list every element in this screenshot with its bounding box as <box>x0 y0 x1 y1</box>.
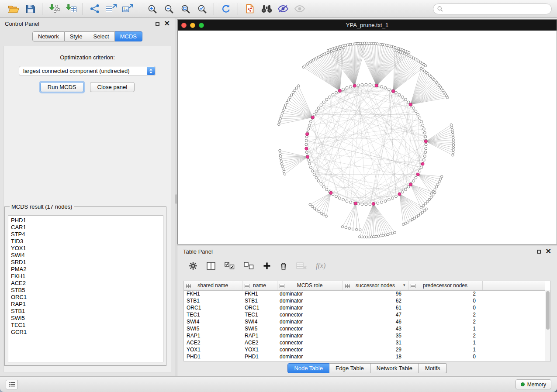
table-row[interactable]: RAP1RAP1dominator352 <box>184 332 545 339</box>
tab-network-table[interactable]: Network Table <box>370 363 419 373</box>
find-button[interactable] <box>258 2 275 16</box>
float-panel-icon[interactable] <box>156 22 159 26</box>
zoom-out-button[interactable] <box>160 2 177 16</box>
zoom-in-button[interactable] <box>144 2 160 16</box>
table-cell-filler <box>482 290 545 297</box>
refresh-button[interactable] <box>218 2 234 16</box>
tab-motifs[interactable]: Motifs <box>419 363 447 373</box>
run-mcds-button[interactable]: Run MCDS <box>40 82 84 92</box>
table-row[interactable]: FKH1FKH1dominator962 <box>184 290 545 297</box>
mcds-result-item[interactable]: YOX1 <box>8 245 163 252</box>
zoom-fit-icon <box>181 4 190 14</box>
mcds-result-item[interactable]: TID3 <box>8 238 163 245</box>
table-cell: 46 <box>343 318 408 325</box>
table-scrollbar[interactable] <box>545 290 550 361</box>
minimize-window-button[interactable] <box>190 23 195 28</box>
search-box[interactable] <box>433 3 552 14</box>
mcds-result-item[interactable]: ACE2 <box>8 280 163 287</box>
export-document-icon <box>245 4 255 14</box>
import-network-button[interactable] <box>46 2 62 16</box>
optimization-dropdown[interactable]: largest connected component (undirected) <box>19 66 156 76</box>
table-settings-button[interactable] <box>189 260 197 272</box>
mcds-result-item[interactable]: STB1 <box>8 308 163 315</box>
mcds-result-item[interactable]: STB5 <box>8 287 163 294</box>
toolbar-separator <box>83 3 83 15</box>
float-table-panel-icon[interactable] <box>537 250 541 254</box>
column-header-name[interactable]: name <box>242 281 277 290</box>
select-all-rows-icon <box>225 262 235 270</box>
table-settings-icon <box>189 261 197 270</box>
mcds-result-item[interactable]: PMA2 <box>8 266 163 273</box>
column-menu-arrow-icon[interactable]: ▾ <box>403 283 405 287</box>
column-header-predecessor-nodes[interactable]: predecessor nodes <box>408 281 482 290</box>
mcds-result-item[interactable]: GCR1 <box>8 329 163 336</box>
mcds-result-item[interactable]: PHD1 <box>8 217 163 224</box>
close-panel-icon[interactable]: ✕ <box>164 21 170 26</box>
tab-network[interactable]: Network <box>32 31 65 41</box>
column-header-MCDS-role[interactable]: MCDS role <box>277 281 343 290</box>
network-canvas[interactable] <box>178 31 557 244</box>
toolbar-separator <box>238 3 238 15</box>
memory-button[interactable]: Memory <box>515 379 551 389</box>
table-row[interactable]: ORC1ORC1dominator610 <box>184 304 545 311</box>
table-row[interactable]: SWI4SWI4dominator462 <box>184 318 545 325</box>
tab-mcds[interactable]: MCDS <box>115 31 142 41</box>
import-table-button[interactable] <box>62 2 79 16</box>
column-header-successor-nodes[interactable]: successor nodes▾ <box>343 281 408 290</box>
toggle-columns-button[interactable] <box>207 260 215 272</box>
table-cell: RAP1 <box>184 332 242 339</box>
control-panel-header: Control Panel ✕ <box>0 18 175 29</box>
export-document-button[interactable] <box>242 2 258 16</box>
zoom-window-button[interactable] <box>199 23 204 28</box>
table-scrollbar-thumb[interactable] <box>546 291 550 330</box>
table-row[interactable]: YOX1YOX1connector291 <box>184 346 545 353</box>
table-row[interactable]: TEC1TEC1connector472 <box>184 311 545 318</box>
mcds-result-item[interactable]: CAR1 <box>8 224 163 231</box>
mcds-result-item[interactable]: FKH1 <box>8 273 163 280</box>
table-cell: dominator <box>277 297 343 304</box>
panel-menu-button[interactable] <box>6 380 18 389</box>
mcds-result-item[interactable]: SWI5 <box>8 315 163 322</box>
close-panel-button[interactable]: Close panel <box>90 82 135 92</box>
export-table-button[interactable] <box>103 2 120 16</box>
delete-column-button[interactable] <box>280 260 287 272</box>
column-header-shared-name[interactable]: shared name <box>184 281 242 290</box>
dropdown-stepper-icon <box>147 67 155 75</box>
table-row[interactable]: ACE2ACE2connector311 <box>184 339 545 346</box>
network-titlebar[interactable]: YPA_prune.txt_1 <box>178 20 557 31</box>
add-column-button[interactable] <box>263 260 271 272</box>
list-menu-icon <box>9 382 15 387</box>
tab-edge-table[interactable]: Edge Table <box>329 363 370 373</box>
table-row[interactable]: SWI5SWI5connector431 <box>184 325 545 332</box>
tab-node-table[interactable]: Node Table <box>287 363 329 373</box>
table-row[interactable]: STB1STB1dominator620 <box>184 297 545 304</box>
save-button[interactable] <box>22 2 38 16</box>
tab-select[interactable]: Select <box>88 31 115 41</box>
zoom-selected-button[interactable] <box>194 2 210 16</box>
export-network-button[interactable] <box>86 2 103 16</box>
mcds-result-item[interactable]: TEC1 <box>8 322 163 329</box>
mcds-result-item[interactable]: STP4 <box>8 231 163 238</box>
select-all-rows-button[interactable] <box>225 260 235 272</box>
close-table-panel-icon[interactable]: ✕ <box>546 249 551 254</box>
mcds-result-item[interactable]: RAP1 <box>8 301 163 308</box>
table-row[interactable]: PHD1PHD1dominator180 <box>184 353 545 360</box>
mcds-result-item[interactable]: SRD1 <box>8 259 163 266</box>
zoom-fit-button[interactable] <box>177 2 194 16</box>
table-cell: 2 <box>408 332 482 339</box>
mcds-result-item[interactable]: SWI4 <box>8 252 163 259</box>
open-file-button[interactable] <box>5 2 22 16</box>
network-window-title: YPA_prune.txt_1 <box>178 22 557 28</box>
mcds-result-item[interactable]: ORC1 <box>8 294 163 301</box>
export-image-button[interactable] <box>120 2 136 16</box>
mcds-result-list[interactable]: PHD1CAR1STP4TID3YOX1SWI4SRD1PMA2FKH1ACE2… <box>8 215 163 362</box>
close-window-button[interactable] <box>181 23 187 28</box>
splitter-handle[interactable] <box>175 194 177 204</box>
search-input[interactable] <box>446 6 547 12</box>
table-cell: SWI4 <box>184 318 242 325</box>
zoom-out-icon <box>164 4 173 14</box>
table-cell: 1 <box>408 346 482 353</box>
deselect-all-rows-button[interactable] <box>244 260 254 272</box>
hide-selected-button[interactable] <box>275 2 291 16</box>
tab-style[interactable]: Style <box>65 31 88 41</box>
